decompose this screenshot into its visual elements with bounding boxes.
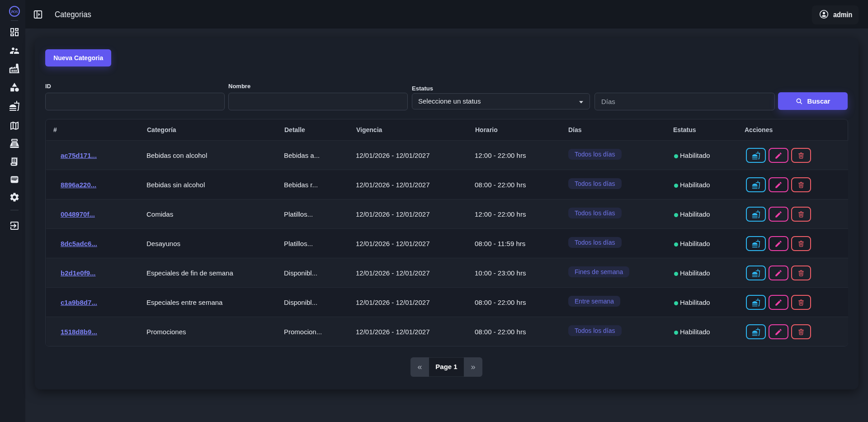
svg-text:POS: POS xyxy=(11,10,18,14)
